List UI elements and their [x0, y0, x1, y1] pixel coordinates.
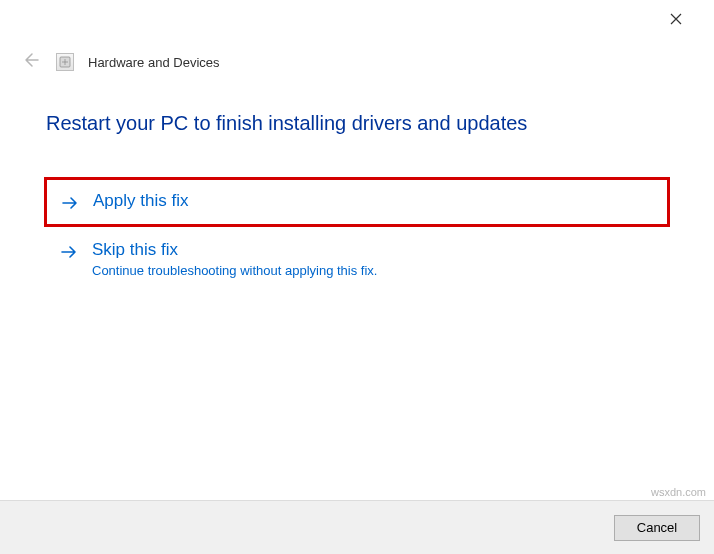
page-title: Hardware and Devices [88, 55, 220, 70]
breadcrumb-header: Hardware and Devices [0, 40, 714, 74]
skip-fix-text: Skip this fix Continue troubleshooting w… [92, 239, 377, 278]
arrow-right-icon [58, 241, 80, 263]
troubleshooter-icon [56, 53, 74, 71]
apply-fix-text: Apply this fix [93, 190, 188, 212]
arrow-left-icon [21, 51, 39, 73]
close-icon [670, 11, 682, 29]
apply-fix-label: Apply this fix [93, 190, 188, 212]
heading: Restart your PC to finish installing dri… [46, 112, 668, 135]
apply-fix-option[interactable]: Apply this fix [46, 179, 668, 225]
skip-fix-option[interactable]: Skip this fix Continue troubleshooting w… [46, 233, 668, 284]
cancel-button[interactable]: Cancel [614, 515, 700, 541]
titlebar [0, 0, 714, 40]
close-button[interactable] [656, 5, 696, 35]
footer: Cancel [0, 500, 714, 554]
arrow-right-icon [59, 192, 81, 214]
skip-fix-desc: Continue troubleshooting without applyin… [92, 263, 377, 278]
back-button [18, 50, 42, 74]
main-content: Restart your PC to finish installing dri… [0, 74, 714, 284]
watermark: wsxdn.com [651, 486, 706, 498]
skip-fix-label: Skip this fix [92, 239, 377, 261]
